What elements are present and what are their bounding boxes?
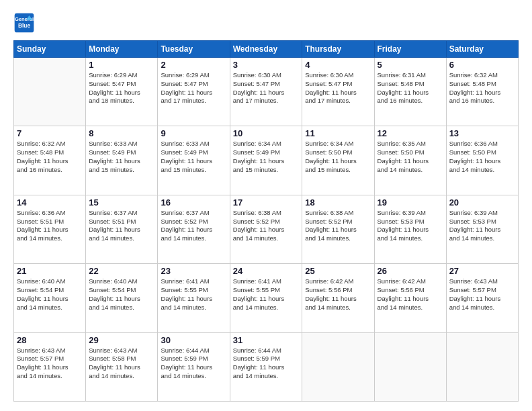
day-number: 15	[89, 197, 154, 208]
day-info: Sunrise: 6:32 AM Sunset: 5:48 PM Dayligh…	[449, 71, 515, 105]
day-number: 4	[305, 60, 371, 70]
day-info: Sunrise: 6:36 AM Sunset: 5:50 PM Dayligh…	[449, 140, 515, 174]
day-number: 9	[161, 128, 226, 138]
calendar-cell: 20Sunrise: 6:39 AM Sunset: 5:53 PM Dayli…	[446, 195, 518, 263]
calendar-cell: 30Sunrise: 6:44 AM Sunset: 5:59 PM Dayli…	[158, 332, 230, 401]
day-info: Sunrise: 6:31 AM Sunset: 5:48 PM Dayligh…	[378, 71, 443, 105]
day-info: Sunrise: 6:41 AM Sunset: 5:55 PM Dayligh…	[233, 277, 300, 312]
day-number: 28	[17, 335, 83, 345]
calendar-cell: 3Sunrise: 6:30 AM Sunset: 5:47 PM Daylig…	[230, 58, 302, 126]
calendar-cell: 22Sunrise: 6:40 AM Sunset: 5:54 PM Dayli…	[86, 264, 158, 332]
calendar-cell: 16Sunrise: 6:37 AM Sunset: 5:52 PM Dayli…	[158, 195, 230, 263]
day-number: 8	[89, 128, 154, 138]
calendar-week-row: 1Sunrise: 6:29 AM Sunset: 5:47 PM Daylig…	[14, 58, 519, 126]
day-number: 19	[378, 197, 443, 208]
calendar-cell: 26Sunrise: 6:42 AM Sunset: 5:56 PM Dayli…	[374, 264, 446, 332]
day-number: 5	[378, 60, 443, 70]
day-info: Sunrise: 6:32 AM Sunset: 5:48 PM Dayligh…	[17, 140, 83, 174]
day-info: Sunrise: 6:36 AM Sunset: 5:51 PM Dayligh…	[17, 209, 83, 243]
day-number: 22	[89, 266, 154, 276]
day-info: Sunrise: 6:42 AM Sunset: 5:56 PM Dayligh…	[378, 277, 443, 312]
day-number: 6	[449, 60, 515, 70]
calendar-cell: 24Sunrise: 6:41 AM Sunset: 5:55 PM Dayli…	[230, 264, 302, 332]
calendar-cell: 2Sunrise: 6:29 AM Sunset: 5:47 PM Daylig…	[158, 58, 230, 126]
day-number: 24	[233, 266, 300, 276]
day-number: 30	[161, 335, 226, 345]
calendar-week-row: 21Sunrise: 6:40 AM Sunset: 5:54 PM Dayli…	[14, 264, 519, 332]
day-info: Sunrise: 6:30 AM Sunset: 5:47 PM Dayligh…	[233, 71, 300, 105]
calendar-cell: 8Sunrise: 6:33 AM Sunset: 5:49 PM Daylig…	[86, 126, 158, 195]
day-number: 12	[378, 128, 443, 138]
calendar-cell: 11Sunrise: 6:34 AM Sunset: 5:50 PM Dayli…	[302, 126, 374, 195]
page: General Blue SundayMondayTuesdayWednesda…	[0, 0, 532, 411]
day-info: Sunrise: 6:38 AM Sunset: 5:52 PM Dayligh…	[305, 209, 371, 243]
day-info: Sunrise: 6:39 AM Sunset: 5:53 PM Dayligh…	[449, 209, 515, 243]
day-number: 20	[449, 197, 515, 208]
calendar-cell: 17Sunrise: 6:38 AM Sunset: 5:52 PM Dayli…	[230, 195, 302, 263]
day-number: 13	[449, 128, 515, 138]
calendar-header-tuesday: Tuesday	[158, 41, 230, 58]
calendar-header-monday: Monday	[86, 41, 158, 58]
calendar-cell: 21Sunrise: 6:40 AM Sunset: 5:54 PM Dayli…	[14, 264, 86, 332]
day-info: Sunrise: 6:40 AM Sunset: 5:54 PM Dayligh…	[17, 277, 83, 312]
day-info: Sunrise: 6:33 AM Sunset: 5:49 PM Dayligh…	[89, 140, 154, 174]
day-info: Sunrise: 6:38 AM Sunset: 5:52 PM Dayligh…	[233, 209, 300, 243]
calendar-cell: 9Sunrise: 6:33 AM Sunset: 5:49 PM Daylig…	[158, 126, 230, 195]
calendar-header-sunday: Sunday	[14, 41, 86, 58]
calendar-header-wednesday: Wednesday	[230, 41, 302, 58]
day-number: 2	[161, 60, 226, 70]
day-number: 31	[233, 335, 300, 345]
calendar-cell: 29Sunrise: 6:43 AM Sunset: 5:58 PM Dayli…	[86, 332, 158, 401]
calendar-header-row: SundayMondayTuesdayWednesdayThursdayFrid…	[14, 41, 519, 58]
day-info: Sunrise: 6:34 AM Sunset: 5:50 PM Dayligh…	[305, 140, 371, 174]
day-info: Sunrise: 6:43 AM Sunset: 5:57 PM Dayligh…	[17, 347, 83, 381]
logo: General Blue	[13, 12, 38, 34]
calendar-cell: 28Sunrise: 6:43 AM Sunset: 5:57 PM Dayli…	[14, 332, 86, 401]
day-info: Sunrise: 6:33 AM Sunset: 5:49 PM Dayligh…	[161, 140, 226, 174]
day-number: 29	[89, 335, 154, 345]
calendar-header-thursday: Thursday	[302, 41, 374, 58]
day-number: 27	[449, 266, 515, 276]
calendar-cell: 14Sunrise: 6:36 AM Sunset: 5:51 PM Dayli…	[14, 195, 86, 263]
day-number: 23	[161, 266, 226, 276]
calendar-cell: 13Sunrise: 6:36 AM Sunset: 5:50 PM Dayli…	[446, 126, 518, 195]
day-info: Sunrise: 6:42 AM Sunset: 5:56 PM Dayligh…	[305, 277, 371, 312]
calendar-cell: 27Sunrise: 6:43 AM Sunset: 5:57 PM Dayli…	[446, 264, 518, 332]
day-info: Sunrise: 6:44 AM Sunset: 5:59 PM Dayligh…	[161, 347, 226, 381]
day-info: Sunrise: 6:34 AM Sunset: 5:49 PM Dayligh…	[233, 140, 300, 174]
calendar-table: SundayMondayTuesdayWednesdayThursdayFrid…	[13, 40, 519, 402]
calendar-cell: 25Sunrise: 6:42 AM Sunset: 5:56 PM Dayli…	[302, 264, 374, 332]
calendar-cell: 7Sunrise: 6:32 AM Sunset: 5:48 PM Daylig…	[14, 126, 86, 195]
calendar-cell: 15Sunrise: 6:37 AM Sunset: 5:51 PM Dayli…	[86, 195, 158, 263]
day-number: 25	[305, 266, 371, 276]
day-info: Sunrise: 6:37 AM Sunset: 5:52 PM Dayligh…	[161, 209, 226, 243]
logo-icon: General Blue	[13, 12, 35, 34]
day-number: 26	[378, 266, 443, 276]
calendar-cell: 4Sunrise: 6:30 AM Sunset: 5:47 PM Daylig…	[302, 58, 374, 126]
day-info: Sunrise: 6:30 AM Sunset: 5:47 PM Dayligh…	[305, 71, 371, 105]
day-number: 21	[17, 266, 83, 276]
calendar-cell: 19Sunrise: 6:39 AM Sunset: 5:53 PM Dayli…	[374, 195, 446, 263]
day-number: 16	[161, 197, 226, 208]
svg-text:Blue: Blue	[18, 22, 31, 29]
calendar-cell	[374, 332, 446, 401]
day-info: Sunrise: 6:29 AM Sunset: 5:47 PM Dayligh…	[89, 71, 154, 105]
calendar-cell	[302, 332, 374, 401]
day-info: Sunrise: 6:37 AM Sunset: 5:51 PM Dayligh…	[89, 209, 154, 243]
day-info: Sunrise: 6:29 AM Sunset: 5:47 PM Dayligh…	[161, 71, 226, 105]
header: General Blue	[13, 12, 519, 34]
day-number: 17	[233, 197, 300, 208]
day-info: Sunrise: 6:39 AM Sunset: 5:53 PM Dayligh…	[378, 209, 443, 243]
day-number: 11	[305, 128, 371, 138]
calendar-cell: 18Sunrise: 6:38 AM Sunset: 5:52 PM Dayli…	[302, 195, 374, 263]
calendar-cell: 12Sunrise: 6:35 AM Sunset: 5:50 PM Dayli…	[374, 126, 446, 195]
day-info: Sunrise: 6:41 AM Sunset: 5:55 PM Dayligh…	[161, 277, 226, 312]
day-number: 1	[89, 60, 154, 70]
day-number: 3	[233, 60, 300, 70]
calendar-cell: 5Sunrise: 6:31 AM Sunset: 5:48 PM Daylig…	[374, 58, 446, 126]
calendar-week-row: 14Sunrise: 6:36 AM Sunset: 5:51 PM Dayli…	[14, 195, 519, 263]
calendar-week-row: 28Sunrise: 6:43 AM Sunset: 5:57 PM Dayli…	[14, 332, 519, 401]
calendar-cell: 10Sunrise: 6:34 AM Sunset: 5:49 PM Dayli…	[230, 126, 302, 195]
day-info: Sunrise: 6:43 AM Sunset: 5:58 PM Dayligh…	[89, 347, 154, 381]
day-info: Sunrise: 6:40 AM Sunset: 5:54 PM Dayligh…	[89, 277, 154, 312]
